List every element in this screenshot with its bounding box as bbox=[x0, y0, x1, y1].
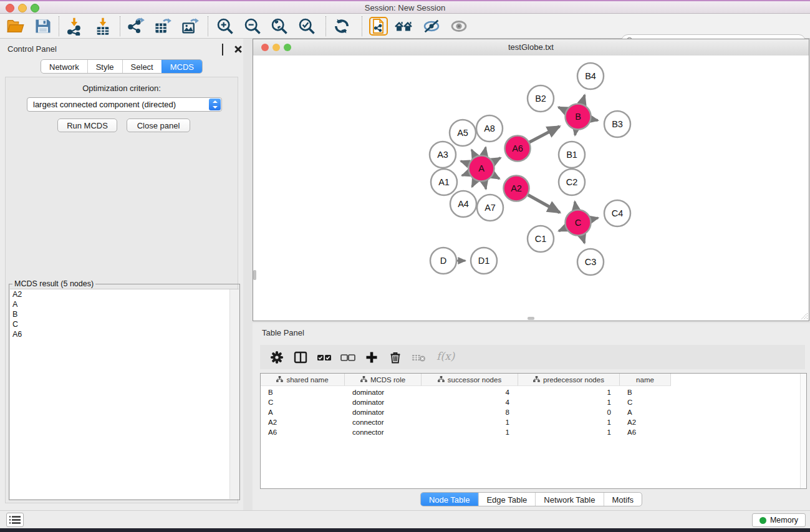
home-icon[interactable] bbox=[394, 17, 413, 36]
edge-A2-C[interactable] bbox=[528, 195, 560, 212]
graph-node-A6[interactable]: A6 bbox=[505, 136, 531, 162]
column-header-name[interactable]: name bbox=[620, 374, 671, 386]
edge-A6-B[interactable] bbox=[529, 127, 559, 142]
tab-style[interactable]: Style bbox=[87, 60, 122, 73]
import-network-icon[interactable] bbox=[65, 17, 84, 36]
export-table-icon[interactable] bbox=[153, 17, 172, 36]
save-session-icon[interactable] bbox=[34, 17, 52, 36]
export-image-icon[interactable] bbox=[181, 17, 200, 36]
graph-node-C2[interactable]: C2 bbox=[559, 169, 585, 195]
tab-motifs[interactable]: Motifs bbox=[603, 493, 642, 506]
edge-A-A2[interactable] bbox=[493, 175, 499, 179]
network-graph[interactable]: B4B2BB3A8A5A6A3B1AA1C2A2A4A7C4CC1DD1C3 bbox=[253, 56, 809, 321]
result-scrollbar[interactable] bbox=[229, 289, 239, 499]
table-scrollbar[interactable] bbox=[800, 374, 806, 488]
open-file-icon[interactable] bbox=[6, 17, 25, 36]
import-table-icon[interactable] bbox=[94, 17, 112, 36]
graph-node-A1[interactable]: A1 bbox=[431, 169, 457, 195]
zoom-fit-icon[interactable] bbox=[270, 17, 289, 36]
deselect-all-icon[interactable] bbox=[340, 349, 356, 365]
graph-node-C4[interactable]: C4 bbox=[604, 200, 630, 226]
table-row[interactable]: A2connector11A2 bbox=[261, 417, 800, 427]
export-network-icon[interactable] bbox=[127, 17, 145, 36]
edge-B-B4[interactable] bbox=[582, 95, 584, 104]
graph-node-C[interactable]: C bbox=[566, 210, 591, 236]
table-row[interactable]: Adominator80A bbox=[261, 407, 800, 417]
result-item[interactable]: A2 bbox=[10, 289, 239, 299]
graph-node-A5[interactable]: A5 bbox=[450, 120, 476, 146]
show-graphics-details-icon[interactable] bbox=[450, 17, 468, 36]
zoom-selected-icon[interactable] bbox=[297, 17, 316, 36]
edge-C-C2[interactable] bbox=[575, 201, 576, 209]
edge-B-B1[interactable] bbox=[575, 130, 576, 135]
graph-node-A2[interactable]: A2 bbox=[504, 176, 529, 201]
network-canvas[interactable]: B4B2BB3A8A5A6A3B1AA1C2A2A4A7C4CC1DD1C3 bbox=[253, 56, 809, 321]
tab-mcds[interactable]: MCDS bbox=[162, 60, 202, 73]
node-table[interactable]: shared nameMCDS rolesuccessor nodesprede… bbox=[260, 373, 807, 489]
result-item[interactable]: A bbox=[10, 299, 239, 309]
tab-network-table[interactable]: Network Table bbox=[535, 493, 603, 506]
vertical-scrollbar-thumb[interactable] bbox=[253, 270, 256, 280]
table-row[interactable]: Bdominator41B bbox=[261, 387, 800, 397]
show-column-icon[interactable] bbox=[292, 349, 309, 365]
edge-C-C4[interactable] bbox=[591, 218, 598, 220]
graph-node-B1[interactable]: B1 bbox=[559, 142, 585, 168]
select-all-icon[interactable] bbox=[316, 349, 332, 365]
new-network-from-file-icon[interactable] bbox=[369, 17, 388, 36]
column-header-shared-name[interactable]: shared name bbox=[261, 374, 345, 386]
edge-B-B2[interactable] bbox=[559, 107, 566, 111]
graph-node-D[interactable]: D bbox=[430, 248, 456, 274]
graph-node-D1[interactable]: D1 bbox=[471, 248, 497, 274]
criterion-dropdown[interactable]: largest connected component (directed) bbox=[27, 97, 222, 112]
tab-edge-table[interactable]: Edge Table bbox=[478, 493, 535, 506]
graph-node-C1[interactable]: C1 bbox=[528, 226, 554, 252]
graph-node-A[interactable]: A bbox=[469, 156, 494, 181]
resize-grip-icon[interactable] bbox=[800, 312, 808, 320]
task-history-button[interactable] bbox=[6, 513, 24, 527]
graph-node-A8[interactable]: A8 bbox=[476, 115, 503, 142]
graph-node-B3[interactable]: B3 bbox=[604, 111, 630, 137]
edge-B-B3[interactable] bbox=[591, 119, 598, 120]
tab-network[interactable]: Network bbox=[41, 60, 87, 73]
graph-node-A4[interactable]: A4 bbox=[450, 191, 476, 217]
column-header-mcds-role[interactable]: MCDS role bbox=[345, 374, 422, 386]
edge-A-A8[interactable] bbox=[484, 147, 486, 155]
edge-A-A7[interactable] bbox=[485, 181, 486, 189]
edge-A-A6[interactable] bbox=[493, 158, 501, 162]
edge-A-A3[interactable] bbox=[461, 161, 469, 164]
graph-node-B[interactable]: B bbox=[566, 104, 591, 130]
delete-column-icon[interactable] bbox=[387, 349, 403, 365]
table-row[interactable]: A6connector11A6 bbox=[261, 427, 800, 437]
float-panel-icon[interactable] bbox=[222, 44, 231, 53]
edge-A-A5[interactable] bbox=[471, 150, 475, 157]
graph-node-B2[interactable]: B2 bbox=[528, 85, 554, 112]
graph-node-C3[interactable]: C3 bbox=[577, 249, 604, 275]
graph-node-B4[interactable]: B4 bbox=[577, 63, 604, 89]
result-item[interactable]: C bbox=[10, 319, 239, 329]
run-mcds-button[interactable]: Run MCDS bbox=[57, 118, 117, 132]
refresh-icon[interactable] bbox=[332, 17, 351, 36]
close-panel-icon[interactable] bbox=[234, 44, 243, 53]
column-header-predecessor-nodes[interactable]: predecessor nodes bbox=[518, 374, 620, 386]
network-window-titlebar[interactable]: testGlobe.txt bbox=[253, 39, 809, 56]
function-builder-icon[interactable]: f(x) bbox=[436, 350, 455, 362]
table-row[interactable]: Cdominator41C bbox=[261, 397, 800, 407]
horizontal-scrollbar-thumb[interactable] bbox=[528, 317, 534, 320]
delete-table-icon[interactable] bbox=[411, 349, 427, 365]
zoom-out-icon[interactable] bbox=[243, 17, 262, 36]
settings-gear-icon[interactable] bbox=[269, 349, 285, 365]
edge-C-C3[interactable] bbox=[582, 235, 585, 243]
hide-graphics-details-icon[interactable] bbox=[422, 17, 441, 36]
edge-A-A1[interactable] bbox=[462, 173, 469, 175]
zoom-in-icon[interactable] bbox=[216, 17, 234, 36]
tab-select[interactable]: Select bbox=[122, 60, 162, 73]
mcds-result-list[interactable]: A2ABCA6 bbox=[10, 289, 239, 499]
column-header-successor-nodes[interactable]: successor nodes bbox=[422, 374, 518, 386]
add-column-icon[interactable] bbox=[364, 349, 380, 365]
close-panel-button[interactable]: Close panel bbox=[127, 118, 190, 132]
result-item[interactable]: B bbox=[10, 309, 239, 319]
graph-node-A3[interactable]: A3 bbox=[430, 142, 456, 168]
result-item[interactable]: A6 bbox=[10, 329, 239, 339]
memory-button[interactable]: Memory bbox=[752, 513, 806, 527]
edge-A-A4[interactable] bbox=[472, 180, 475, 186]
